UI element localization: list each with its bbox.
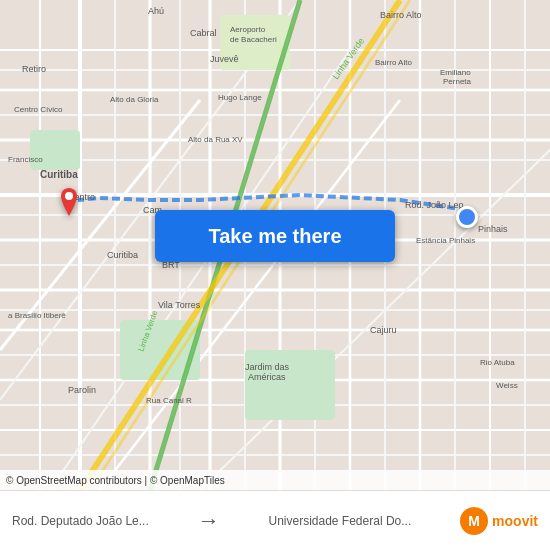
svg-text:a Brasílio Itiberê: a Brasílio Itiberê: [8, 311, 66, 320]
svg-point-81: [65, 192, 73, 200]
destination-route-item: Universidade Federal Do...: [268, 514, 411, 528]
svg-text:Retiro: Retiro: [22, 64, 46, 74]
svg-text:Rio Atuba: Rio Atuba: [480, 358, 515, 367]
svg-rect-40: [245, 350, 335, 420]
svg-text:Rua Canal R: Rua Canal R: [146, 396, 192, 405]
svg-text:Bairro Alto: Bairro Alto: [375, 58, 412, 67]
svg-text:Cajuru: Cajuru: [370, 325, 397, 335]
origin-label: Rod. Deputado João Le...: [12, 514, 149, 528]
svg-text:Parolin: Parolin: [68, 385, 96, 395]
take-me-there-button[interactable]: Take me there: [155, 210, 395, 262]
svg-text:Centro Cívico: Centro Cívico: [14, 105, 63, 114]
svg-text:Américas: Américas: [248, 372, 286, 382]
svg-text:Aeroporto: Aeroporto: [230, 25, 266, 34]
svg-text:Francisco: Francisco: [8, 155, 43, 164]
destination-marker: [456, 206, 478, 228]
svg-text:Juvevê: Juvevê: [210, 54, 239, 64]
origin-marker: [57, 188, 81, 222]
svg-text:Estância Pinhais: Estância Pinhais: [416, 236, 475, 245]
origin-route-item: Rod. Deputado João Le...: [12, 514, 149, 528]
svg-text:Alto da Gloria: Alto da Gloria: [110, 95, 159, 104]
svg-text:Perneta: Perneta: [443, 77, 472, 86]
svg-text:Weiss: Weiss: [496, 381, 518, 390]
svg-text:Curitiba: Curitiba: [107, 250, 138, 260]
moovit-text: moovit: [492, 513, 538, 529]
svg-text:Bairro Alto: Bairro Alto: [380, 10, 422, 20]
svg-text:Emiliano: Emiliano: [440, 68, 471, 77]
svg-text:Rod. João Leo: Rod. João Leo: [405, 200, 464, 210]
svg-text:Vila Torres: Vila Torres: [158, 300, 201, 310]
svg-text:de Bacacheri: de Bacacheri: [230, 35, 277, 44]
svg-text:Curitiba: Curitiba: [40, 169, 78, 180]
svg-text:Ahú: Ahú: [148, 6, 164, 16]
moovit-letter: M: [468, 513, 480, 529]
svg-text:Hugo Lange: Hugo Lange: [218, 93, 262, 102]
arrow-icon: →: [198, 508, 220, 534]
svg-text:Cabral: Cabral: [190, 28, 217, 38]
map-container: Ahú Cabral Aeroporto de Bacacheri Bairro…: [0, 0, 550, 490]
svg-text:Alto da Rua XV: Alto da Rua XV: [188, 135, 243, 144]
bottom-bar: Rod. Deputado João Le... → Universidade …: [0, 490, 550, 550]
svg-text:Pinhais: Pinhais: [478, 224, 508, 234]
moovit-circle-icon: M: [460, 507, 488, 535]
svg-text:Jardim das: Jardim das: [245, 362, 290, 372]
moovit-logo: M moovit: [460, 507, 538, 535]
attribution-text: © OpenStreetMap contributors | © OpenMap…: [6, 475, 225, 486]
svg-rect-41: [30, 130, 80, 170]
map-attribution: © OpenStreetMap contributors | © OpenMap…: [0, 470, 550, 490]
destination-label: Universidade Federal Do...: [268, 514, 411, 528]
